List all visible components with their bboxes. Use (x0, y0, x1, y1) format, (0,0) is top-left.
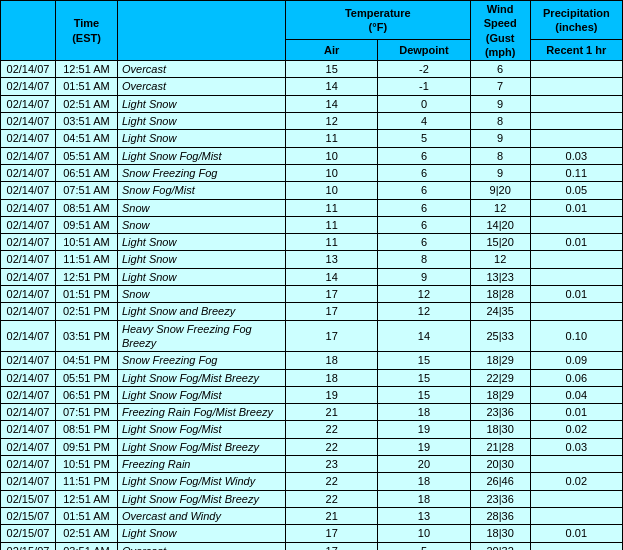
cell-time: 10:51 AM (56, 234, 118, 251)
cell-time: 09:51 PM (56, 438, 118, 455)
cell-time: 03:51 PM (56, 320, 118, 352)
cell-date: 02/14/07 (1, 130, 56, 147)
cell-precip: 0.01 (530, 404, 622, 421)
cell-air: 13 (286, 251, 378, 268)
cell-weather: Snow Freezing Fog (118, 164, 286, 181)
cell-time: 08:51 AM (56, 199, 118, 216)
cell-wind: 12 (470, 251, 530, 268)
cell-time: 05:51 PM (56, 369, 118, 386)
cell-dew: 15 (378, 386, 470, 403)
cell-weather: Freezing Rain (118, 456, 286, 473)
cell-wind: 9 (470, 95, 530, 112)
header-precip-group: Precipitation(inches) (530, 1, 622, 40)
cell-wind: 23|36 (470, 490, 530, 507)
table-row: 02/14/07 11:51 PM Light Snow Fog/Mist Wi… (1, 473, 623, 490)
table-row: 02/15/07 01:51 AM Overcast and Windy 21 … (1, 507, 623, 524)
cell-wind: 22|29 (470, 369, 530, 386)
cell-date: 02/14/07 (1, 95, 56, 112)
cell-wind: 18|29 (470, 386, 530, 403)
cell-weather: Light Snow and Breezy (118, 303, 286, 320)
cell-precip (530, 113, 622, 130)
cell-precip (530, 130, 622, 147)
cell-wind: 28|36 (470, 507, 530, 524)
cell-air: 11 (286, 199, 378, 216)
cell-precip: 0.10 (530, 320, 622, 352)
cell-weather: Light Snow Fog/Mist Breezy (118, 369, 286, 386)
cell-weather: Light Snow Fog/Mist Windy (118, 473, 286, 490)
cell-dew: 5 (378, 130, 470, 147)
table-row: 02/14/07 09:51 AM Snow 11 6 14|20 (1, 216, 623, 233)
cell-weather: Freezing Rain Fog/Mist Breezy (118, 404, 286, 421)
cell-dew: 6 (378, 199, 470, 216)
cell-dew: 6 (378, 234, 470, 251)
table-row: 02/14/07 04:51 PM Snow Freezing Fog 18 1… (1, 352, 623, 369)
cell-dew: 15 (378, 369, 470, 386)
cell-air: 18 (286, 369, 378, 386)
cell-dew: 4 (378, 113, 470, 130)
cell-date: 02/14/07 (1, 164, 56, 181)
cell-wind: 8 (470, 113, 530, 130)
cell-date: 02/14/07 (1, 147, 56, 164)
cell-time: 12:51 PM (56, 268, 118, 285)
cell-wind: 9|20 (470, 182, 530, 199)
cell-air: 15 (286, 61, 378, 78)
cell-weather: Snow (118, 216, 286, 233)
cell-precip (530, 303, 622, 320)
cell-weather: Overcast (118, 78, 286, 95)
cell-dew: 19 (378, 438, 470, 455)
cell-date: 02/14/07 (1, 251, 56, 268)
cell-air: 22 (286, 438, 378, 455)
cell-weather: Light Snow Fog/Mist (118, 421, 286, 438)
cell-dew: 14 (378, 320, 470, 352)
cell-weather: Overcast (118, 61, 286, 78)
cell-time: 08:51 PM (56, 421, 118, 438)
header-dewpoint: Dewpoint (378, 39, 470, 60)
table-row: 02/14/07 01:51 AM Overcast 14 -1 7 (1, 78, 623, 95)
cell-time: 01:51 AM (56, 78, 118, 95)
table-row: 02/14/07 07:51 PM Freezing Rain Fog/Mist… (1, 404, 623, 421)
cell-precip: 0.03 (530, 438, 622, 455)
cell-air: 14 (286, 78, 378, 95)
weather-table: Time(EST) Temperature(°F) WindSpeed(Gust… (0, 0, 623, 550)
cell-precip: 0.01 (530, 525, 622, 542)
table-row: 02/14/07 02:51 AM Light Snow 14 0 9 (1, 95, 623, 112)
cell-wind: 23|36 (470, 404, 530, 421)
cell-date: 02/14/07 (1, 421, 56, 438)
table-row: 02/15/07 03:51 AM Overcast 17 5 20|32 (1, 542, 623, 550)
cell-time: 12:51 AM (56, 61, 118, 78)
cell-date: 02/14/07 (1, 78, 56, 95)
cell-precip (530, 456, 622, 473)
header-weather (118, 1, 286, 61)
cell-weather: Snow (118, 286, 286, 303)
cell-time: 05:51 AM (56, 147, 118, 164)
cell-air: 11 (286, 216, 378, 233)
cell-air: 19 (286, 386, 378, 403)
cell-date: 02/14/07 (1, 456, 56, 473)
cell-wind: 20|30 (470, 456, 530, 473)
cell-weather: Overcast and Windy (118, 507, 286, 524)
cell-wind: 20|32 (470, 542, 530, 550)
cell-dew: 20 (378, 456, 470, 473)
cell-time: 03:51 AM (56, 113, 118, 130)
cell-weather: Light Snow (118, 95, 286, 112)
cell-precip: 0.09 (530, 352, 622, 369)
cell-precip: 0.06 (530, 369, 622, 386)
cell-dew: 10 (378, 525, 470, 542)
cell-wind: 18|30 (470, 525, 530, 542)
cell-time: 09:51 AM (56, 216, 118, 233)
cell-precip (530, 490, 622, 507)
cell-dew: 0 (378, 95, 470, 112)
cell-precip: 0.01 (530, 286, 622, 303)
cell-air: 10 (286, 147, 378, 164)
cell-air: 11 (286, 234, 378, 251)
cell-time: 02:51 AM (56, 95, 118, 112)
cell-precip (530, 216, 622, 233)
cell-air: 17 (286, 303, 378, 320)
cell-dew: 18 (378, 490, 470, 507)
cell-time: 07:51 AM (56, 182, 118, 199)
cell-dew: 18 (378, 473, 470, 490)
table-row: 02/14/07 09:51 PM Light Snow Fog/Mist Br… (1, 438, 623, 455)
cell-weather: Light Snow Fog/Mist (118, 147, 286, 164)
cell-wind: 13|23 (470, 268, 530, 285)
cell-air: 22 (286, 473, 378, 490)
